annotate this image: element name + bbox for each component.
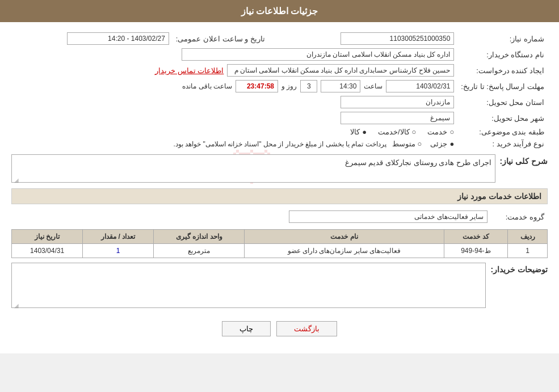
- service-group-table: گروه خدمت: سایر فعالیت‌های خدماتی: [11, 209, 548, 225]
- radio-kala-icon: ●: [362, 128, 367, 136]
- table-cell-0-3: مترمربع: [154, 244, 245, 258]
- page-header: جزئیات اطلاعات نیاز: [0, 0, 559, 22]
- footer-buttons: بازگشت چاپ: [11, 313, 548, 345]
- province-field: مازندران: [341, 96, 454, 108]
- buyer-desc-container: [11, 263, 486, 308]
- date-value: 1403/02/27 - 14:20: [11, 31, 173, 47]
- category-options: ○ خدمت ○ کالا/خدمت ● کالا: [11, 126, 457, 138]
- need-number-field: 1103005251000350: [341, 32, 454, 45]
- radio-mutavasset-icon: ○: [418, 140, 422, 148]
- process-note: پرداخت تمام یا بخشی از مبلغ خریدار از مح…: [173, 140, 386, 148]
- process-mutavasset: ○ متوسط: [392, 140, 422, 148]
- col-header-2: نام خدمت: [245, 230, 444, 244]
- category-khadamat-label: خدمت: [427, 128, 447, 136]
- contact-link[interactable]: اطلاعات تماس خریدار: [155, 66, 224, 75]
- need-desc-box: اجرای طرح هادی روستای نجارکلای قدیم سیمر…: [11, 154, 495, 183]
- col-header-0: ردیف: [508, 230, 548, 244]
- need-desc-value: اجرای طرح هادی روستای نجارکلای قدیم سیمر…: [345, 158, 491, 167]
- process-jozei-label: جزئی: [430, 140, 447, 148]
- radio-khadamat-icon: ○: [449, 128, 454, 136]
- category-kala-label: کالا: [350, 128, 360, 136]
- need-number-label: شماره نیاز:: [457, 31, 548, 47]
- radio-kala-khadamat-icon: ○: [412, 128, 417, 136]
- buyer-desc-box[interactable]: [11, 263, 486, 308]
- province-value: مازندران: [11, 94, 457, 110]
- need-desc-label: شرح کلی نیاز:: [500, 154, 548, 166]
- table-cell-0-5: 1403/04/31: [12, 244, 83, 258]
- category-khadamat: ○ خدمت: [427, 128, 454, 136]
- category-kala-khadamat: ○ کالا/خدمت: [378, 128, 416, 136]
- buyer-org-value: اداره کل بنیاد مسکن انقلاب اسلامی استان …: [11, 47, 457, 62]
- category-label: طبقه بندی موضوعی:: [457, 126, 548, 138]
- days-unit-label: روز و: [281, 82, 297, 90]
- need-number-value: 1103005251000350: [280, 31, 457, 47]
- province-label: استان محل تحویل:: [457, 94, 548, 110]
- deadline-remaining-field: 23:47:58: [236, 80, 278, 92]
- need-desc-container: اجرای طرح هادی روستای نجارکلای قدیم سیمر…: [11, 154, 495, 183]
- creator-field: حسین فلاح کارشناس حسابداری اداره کل بنیا…: [227, 64, 454, 77]
- services-section-title: اطلاعات خدمات مورد نیاز: [11, 188, 548, 204]
- buyer-desc-resize: [13, 301, 19, 306]
- table-cell-0-0: 1: [508, 244, 548, 258]
- col-header-4: تعداد / مقدار: [83, 230, 154, 244]
- deadline-date-field: 1403/02/31: [386, 80, 454, 92]
- service-group-value: سایر فعالیت‌های خدماتی: [11, 209, 491, 225]
- table-cell-0-1: ط-94-949: [444, 244, 508, 258]
- time-label: ساعت: [364, 82, 383, 90]
- table-row: 1ط-94-949فعالیت‌های سایر سازمان‌های دارا…: [12, 244, 548, 258]
- city-field: سیمرغ: [341, 112, 454, 124]
- creator-value: حسین فلاح کارشناس حسابداری اداره کل بنیا…: [11, 62, 457, 78]
- deadline-label: مهلت ارسال پاسخ: تا تاریخ:: [457, 78, 548, 94]
- remaining-label: ساعت باقی مانده: [182, 82, 232, 90]
- deadline-value: 1403/02/31 ساعت 14:30 3 روز و 23:47:58 س…: [11, 78, 457, 94]
- deadline-days-field: 3: [300, 80, 317, 92]
- date-field: 1403/02/27 - 14:20: [67, 32, 169, 45]
- service-group-label: گروه خدمت:: [491, 209, 548, 225]
- buyer-org-field: اداره کل بنیاد مسکن انقلاب اسلامی استان …: [182, 48, 454, 61]
- need-info-table: شماره نیاز: 1103005251000350 تاریخ و ساع…: [11, 31, 548, 150]
- process-options: ● جزئی ○ متوسط پرداخت تمام یا بخشی از مب…: [11, 138, 457, 150]
- page-title: جزئیات اطلاعات نیاز: [241, 6, 318, 16]
- category-kala-khadamat-label: کالا/خدمت: [378, 128, 410, 136]
- resize-handle: [13, 175, 19, 181]
- col-header-3: واحد اندازه گیری: [154, 230, 245, 244]
- city-label: شهر محل تحویل:: [457, 110, 548, 126]
- process-mutavasset-label: متوسط: [392, 140, 415, 148]
- buyer-desc-label: توضیحات خریدار:: [490, 263, 548, 274]
- radio-jozei-icon: ●: [449, 140, 454, 148]
- page-wrapper: جزئیات اطلاعات نیاز شماره نیاز: 11030052…: [0, 0, 559, 353]
- print-button[interactable]: چاپ: [222, 321, 271, 336]
- col-header-1: کد خدمت: [444, 230, 508, 244]
- creator-label: ایجاد کننده درخواست:: [457, 62, 548, 78]
- main-content: شماره نیاز: 1103005251000350 تاریخ و ساع…: [0, 22, 559, 353]
- category-kala: ● کالا: [350, 128, 367, 136]
- back-button[interactable]: بازگشت: [276, 321, 337, 336]
- deadline-time-field: 14:30: [321, 80, 360, 92]
- service-group-field: سایر فعالیت‌های خدماتی: [289, 210, 487, 223]
- need-desc-row: شرح کلی نیاز: اجرای طرح هادی روستای نجار…: [11, 154, 548, 183]
- services-table: ردیفکد خدمتنام خدمتواحد اندازه گیریتعداد…: [11, 229, 548, 258]
- table-cell-0-2: فعالیت‌های سایر سازمان‌های دارای عضو: [245, 244, 444, 258]
- process-jozei: ● جزئی: [430, 140, 454, 148]
- date-label: تاریخ و ساعت اعلان عمومی:: [173, 31, 268, 47]
- table-cell-0-4: 1: [83, 244, 154, 258]
- process-label: نوع فرآیند خرید :: [457, 138, 548, 150]
- col-header-5: تاریخ نیاز: [12, 230, 83, 244]
- buyer-desc-row: توضیحات خریدار:: [11, 263, 548, 308]
- buyer-org-label: نام دستگاه خریدار:: [457, 47, 548, 62]
- city-value: سیمرغ: [11, 110, 457, 126]
